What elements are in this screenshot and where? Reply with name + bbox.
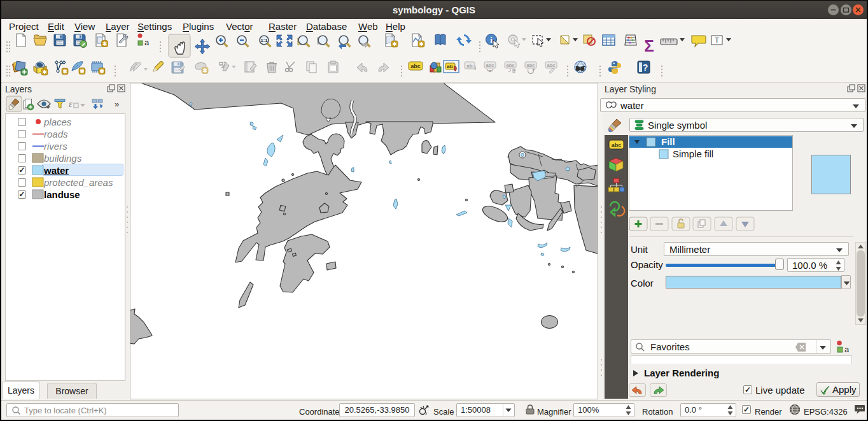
svg-text:T: T xyxy=(715,36,719,44)
svg-text:ab: ab xyxy=(466,63,472,69)
svg-text:?: ? xyxy=(643,62,648,73)
svg-text:»: » xyxy=(115,99,119,109)
svg-text:abc: abc xyxy=(547,62,556,68)
svg-text:Simple fill: Simple fill xyxy=(673,148,713,159)
svg-text:abc: abc xyxy=(507,62,515,68)
svg-text:ab: ab xyxy=(447,64,452,69)
svg-text:a: a xyxy=(144,38,150,47)
svg-text:Fill: Fill xyxy=(661,136,675,147)
svg-text:ε: ε xyxy=(69,99,73,109)
svg-text:i: i xyxy=(490,35,493,45)
svg-text:1:1: 1:1 xyxy=(261,38,268,43)
svg-text:abc: abc xyxy=(527,62,535,68)
svg-text:abc: abc xyxy=(612,142,622,148)
svg-text:Σ: Σ xyxy=(644,36,654,55)
svg-text:a: a xyxy=(844,345,849,353)
svg-text:abc: abc xyxy=(486,62,494,68)
